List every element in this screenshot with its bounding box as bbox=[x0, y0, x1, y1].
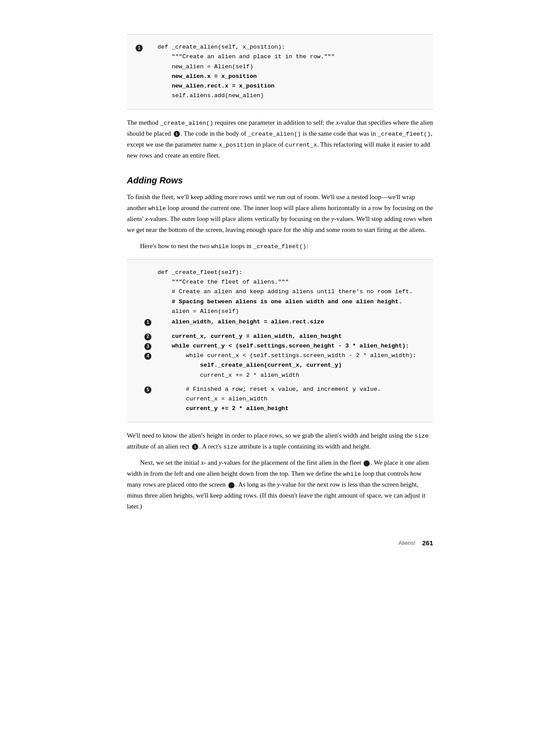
paragraph-5: Next, we set the initial x- and y-values… bbox=[127, 457, 433, 512]
inline-callout-1: 1 bbox=[174, 131, 180, 137]
inline-callout-3: 2 bbox=[364, 460, 370, 466]
paragraph-2: To finish the fleet, we'll keep adding m… bbox=[127, 192, 433, 235]
code-text: new_alien.x = x_position bbox=[158, 72, 257, 81]
code-text: new_alien = Alien(self) bbox=[158, 62, 253, 72]
paragraph-4: We'll need to know the alien's height in… bbox=[127, 430, 433, 452]
page-number: 261 bbox=[422, 538, 433, 548]
callout-1-marker: 1 bbox=[136, 45, 143, 52]
callout-2-1: 1 bbox=[144, 319, 151, 326]
section-heading-adding-rows: Adding Rows bbox=[127, 173, 433, 187]
code-block-1: 1 def _create_alien(self, x_position): "… bbox=[127, 34, 433, 109]
inline-callout-4: 3 bbox=[228, 482, 234, 488]
code-line: new_alien = Alien(self) bbox=[158, 62, 424, 72]
code-line: new_alien.rect.x = x_position bbox=[158, 81, 424, 91]
code-block-2: def _create_fleet(self): """Create the f… bbox=[127, 260, 433, 422]
footer-label: Aliens! bbox=[399, 539, 416, 548]
paragraph-1: The method _create_alien() requires one … bbox=[127, 117, 433, 161]
code-text: def _create_alien(self, x_position): bbox=[158, 42, 285, 52]
code-line: new_alien.x = x_position bbox=[158, 72, 424, 81]
page-content: 1 def _create_alien(self, x_position): "… bbox=[109, 0, 451, 583]
code-line: """Create an alien and place it in the r… bbox=[158, 52, 424, 62]
code-text: new_alien.rect.x = x_position bbox=[158, 81, 274, 91]
callout-2-4: 4 bbox=[144, 353, 151, 360]
inline-callout-2: 1 bbox=[192, 444, 198, 450]
code-text: """Create an alien and place it in the r… bbox=[158, 52, 335, 62]
code-text: self.aliens.add(new_alien) bbox=[158, 91, 264, 101]
code-line: self.aliens.add(new_alien) bbox=[158, 91, 424, 101]
callout-2-3: 3 bbox=[144, 343, 151, 350]
code-line: def _create_alien(self, x_position): bbox=[158, 42, 424, 52]
paragraph-3: Here's how to nest the two while loops i… bbox=[127, 241, 433, 252]
page-footer: Aliens! 261 bbox=[127, 538, 433, 548]
callout-2-2: 2 bbox=[144, 333, 151, 340]
code-content-1: def _create_alien(self, x_position): """… bbox=[158, 42, 424, 101]
callout-2-5: 5 bbox=[144, 386, 151, 393]
